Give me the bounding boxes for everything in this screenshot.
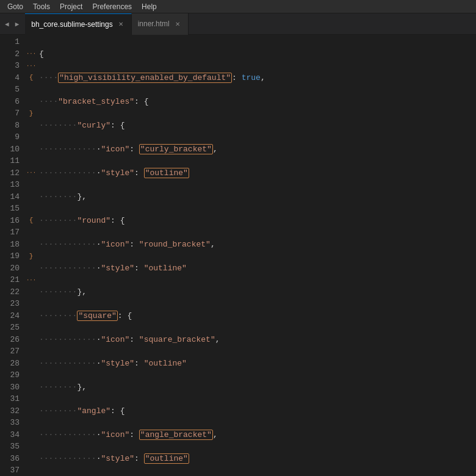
line-15: ········}, xyxy=(39,381,476,394)
line-6: ·············"style": "outline" xyxy=(39,167,476,179)
code-area: 1 2 3 4 5 6 7 8 9 10 11 12 13 14 15 16 1… xyxy=(0,35,476,476)
menu-goto[interactable]: Goto xyxy=(2,1,28,12)
tab-bh-core-close[interactable]: ✕ xyxy=(117,20,125,29)
line-8: ········"round": { xyxy=(39,215,476,227)
line-13: ·············"icon": "square_bracket", xyxy=(39,334,476,346)
menu-project[interactable]: Project xyxy=(55,1,87,12)
tab-bh-core-label: bh_core.sublime-settings xyxy=(31,20,112,29)
line-5: ·············"icon": "curly_bracket", xyxy=(39,143,476,156)
line-10: ·············"style": "outline" xyxy=(39,262,476,275)
tab-inner-html-label: inner.html xyxy=(138,20,170,28)
tab-inner-html-close[interactable]: ✕ xyxy=(173,20,182,28)
line-4: ········"curly": { xyxy=(39,120,476,132)
line-16: ········"angle": { xyxy=(39,405,476,417)
line-numbers: 1 2 3 4 5 6 7 8 9 10 11 12 13 14 15 16 1… xyxy=(0,35,26,476)
nav-forward[interactable]: ▶ xyxy=(13,19,22,29)
gutter: ··· ··· { } ··· { } ··· xyxy=(26,35,37,476)
line-2: ····"high_visibility_enabled_by_default"… xyxy=(39,72,476,84)
line-11: ········}, xyxy=(39,286,476,298)
menu-help[interactable]: Help xyxy=(137,1,162,12)
menu-preferences[interactable]: Preferences xyxy=(87,1,137,12)
line-3: ····"bracket_styles": { xyxy=(39,96,476,108)
line-1: { xyxy=(39,48,476,60)
line-17: ·············"icon": "angle_bracket", xyxy=(39,429,476,441)
line-18: ·············"style": "outline" xyxy=(39,453,476,465)
line-12: ········"square": { xyxy=(39,310,476,322)
menubar: Goto Tools Project Preferences Help xyxy=(0,0,476,13)
nav-arrows: ◀ ▶ xyxy=(2,19,21,29)
tab-inner-html[interactable]: inner.html ✕ xyxy=(132,13,189,35)
line-9: ·············"icon": "round_bracket", xyxy=(39,239,476,251)
tab-bh-core[interactable]: bh_core.sublime-settings ✕ xyxy=(25,13,131,35)
line-14: ·············"style": "outline" xyxy=(39,358,476,370)
nav-back[interactable]: ◀ xyxy=(2,19,12,29)
line-7: ········}, xyxy=(39,191,476,203)
code-content[interactable]: { ····"high_visibility_enabled_by_defaul… xyxy=(37,35,476,476)
menu-tools[interactable]: Tools xyxy=(28,1,55,12)
tabbar: ◀ ▶ bh_core.sublime-settings ✕ inner.htm… xyxy=(0,13,476,35)
